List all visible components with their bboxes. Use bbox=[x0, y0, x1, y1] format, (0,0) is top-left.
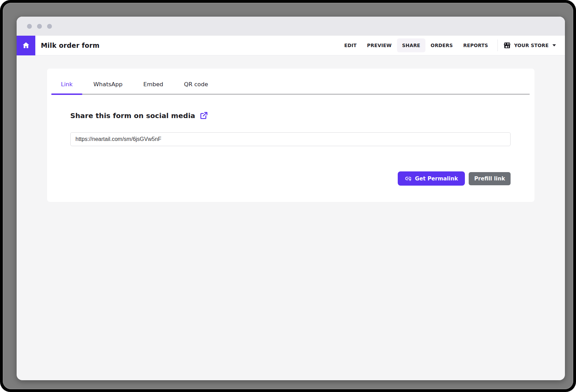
nav-item-preview[interactable]: PREVIEW bbox=[362, 38, 397, 52]
action-buttons: Get Permalink Prefill link bbox=[398, 171, 511, 186]
window-titlebar bbox=[17, 17, 565, 36]
tab-link[interactable]: Link bbox=[55, 81, 79, 94]
nav-item-reports[interactable]: REPORTS bbox=[458, 38, 493, 52]
page-title: Milk order form bbox=[41, 42, 100, 49]
get-permalink-button[interactable]: Get Permalink bbox=[398, 171, 465, 186]
window-drop-shadow-frame: Milk order form EDIT PREVIEW SHARE ORDER… bbox=[3, 3, 573, 389]
share-url-input[interactable] bbox=[70, 132, 511, 146]
header-divider bbox=[497, 39, 498, 51]
tab-embed[interactable]: Embed bbox=[137, 81, 170, 94]
share-tabs: Link WhatsApp Embed QR code bbox=[55, 69, 530, 95]
browser-window: Milk order form EDIT PREVIEW SHARE ORDER… bbox=[17, 17, 565, 380]
tab-qr-code[interactable]: QR code bbox=[178, 81, 215, 94]
page-content: Link WhatsApp Embed QR code Share this f… bbox=[17, 55, 565, 202]
share-panel-card: Link WhatsApp Embed QR code Share this f… bbox=[47, 69, 534, 202]
window-zoom-button[interactable] bbox=[47, 24, 52, 29]
prefill-link-label: Prefill link bbox=[474, 176, 505, 182]
external-link-icon[interactable] bbox=[199, 111, 208, 120]
nav-item-edit[interactable]: EDIT bbox=[339, 38, 362, 52]
prefill-link-button[interactable]: Prefill link bbox=[469, 172, 511, 185]
store-menu-button[interactable]: YOUR STORE bbox=[503, 42, 556, 49]
add-link-icon bbox=[405, 175, 412, 182]
app-header: Milk order form EDIT PREVIEW SHARE ORDER… bbox=[17, 36, 565, 55]
window-minimize-button[interactable] bbox=[37, 24, 42, 29]
get-permalink-label: Get Permalink bbox=[415, 176, 458, 182]
nav-item-share[interactable]: SHARE bbox=[397, 38, 426, 52]
store-label: YOUR STORE bbox=[514, 43, 549, 48]
window-close-button[interactable] bbox=[27, 24, 32, 29]
nav-item-orders[interactable]: ORDERS bbox=[425, 38, 458, 52]
home-button[interactable] bbox=[17, 36, 35, 55]
tab-whatsapp[interactable]: WhatsApp bbox=[87, 81, 129, 94]
panel-heading-row: Share this form on social media bbox=[70, 111, 534, 120]
chevron-down-icon bbox=[552, 44, 556, 46]
storefront-icon bbox=[503, 42, 511, 49]
screenshot-outer-border: Milk order form EDIT PREVIEW SHARE ORDER… bbox=[0, 0, 576, 392]
home-icon bbox=[22, 41, 30, 50]
panel-heading: Share this form on social media bbox=[70, 112, 195, 120]
